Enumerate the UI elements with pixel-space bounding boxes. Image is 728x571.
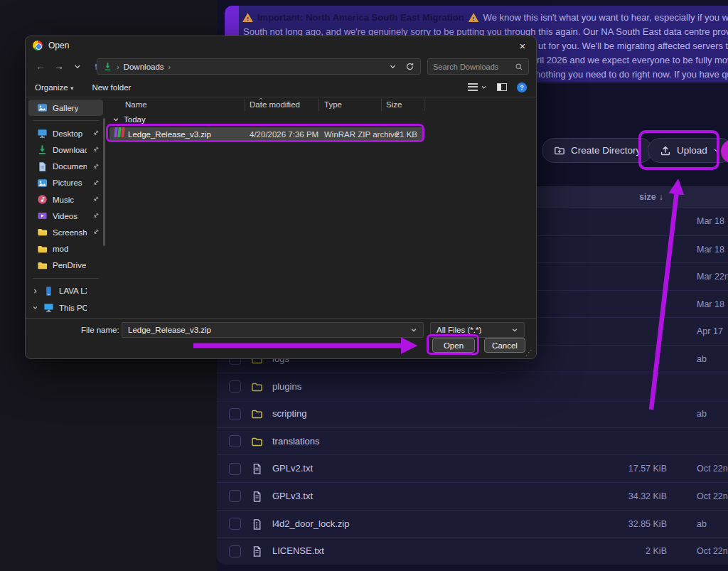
row-checkbox[interactable] [229, 408, 241, 420]
table-row[interactable]: scripting ab [217, 400, 728, 427]
row-name[interactable]: GPLv2.txt [272, 455, 313, 483]
resize-grip[interactable]: ⋰ [525, 348, 532, 356]
address-bar[interactable]: › Downloads › [97, 58, 421, 75]
sidebar-item-icon [43, 286, 54, 297]
row-checkbox[interactable] [229, 380, 241, 393]
address-dropdown-icon[interactable] [389, 63, 397, 70]
sidebar-item[interactable]: mod [28, 241, 103, 257]
pin-icon [92, 163, 100, 171]
sidebar-item[interactable]: PenDrive [28, 257, 103, 274]
recent-locations-icon[interactable] [68, 63, 87, 70]
file-name-field[interactable] [122, 322, 424, 338]
downloads-icon [103, 62, 112, 71]
sidebar-item-label: Documents [53, 162, 87, 171]
column-divider [381, 99, 382, 111]
sidebar-item-label: LAVA LXX521 [59, 287, 87, 295]
table-row[interactable]: plugins [217, 373, 728, 400]
row-name[interactable]: LICENSE.txt [272, 538, 324, 565]
sidebar-item-icon [37, 102, 48, 113]
table-row[interactable]: translations [217, 427, 728, 455]
row-checkbox[interactable] [229, 518, 241, 530]
row-type-icon [251, 491, 263, 503]
dialog-file-pane: Name Date modified Type Size Today Ledge… [107, 98, 535, 318]
row-modified: Oct 22n [697, 538, 728, 565]
open-button[interactable]: Open [432, 338, 475, 353]
refresh-icon[interactable] [405, 62, 414, 71]
new-folder-button[interactable]: New folder [92, 83, 131, 92]
row-name[interactable]: scripting [272, 400, 306, 428]
sidebar-item[interactable]: Music [28, 191, 103, 208]
folder-plus-icon [554, 145, 565, 156]
sidebar-scrollbar[interactable] [103, 118, 105, 246]
table-row[interactable]: LICENSE.txt 2 KiB Oct 22n [217, 537, 728, 565]
banner-line-1: Important: North America South East Migr… [242, 11, 728, 25]
upload-button[interactable]: Upload [648, 138, 728, 163]
row-name[interactable]: plugins [272, 373, 301, 401]
column-divider [318, 99, 319, 111]
dialog-footer: File name: All Files (*.*) Open Cancel ⋰ [26, 318, 536, 358]
pin-icon [92, 146, 100, 154]
size-header-label: size [639, 192, 656, 202]
upload-icon [660, 145, 671, 156]
sidebar-item[interactable]: Screenshots [28, 224, 103, 240]
view-mode-button[interactable] [468, 83, 487, 91]
sidebar-item-label: Screenshots [53, 228, 87, 237]
sidebar-divider [33, 120, 99, 121]
sidebar-item-icon [37, 161, 48, 172]
row-checkbox[interactable] [229, 463, 241, 475]
dialog-title-bar[interactable]: Open × [26, 36, 536, 55]
file-size: 21 KB [373, 127, 417, 142]
create-directory-button[interactable]: Create Directory [542, 138, 653, 163]
row-name[interactable]: GPLv3.txt [272, 483, 313, 511]
row-name[interactable]: translations [272, 428, 319, 456]
sidebar-item[interactable]: Pictures [28, 175, 103, 191]
table-row[interactable]: GPLv3.txt 34.32 KiB Oct 22n [217, 482, 728, 510]
pin-icon [92, 179, 100, 187]
sidebar-item-label: Music [53, 196, 74, 204]
search-box[interactable] [427, 58, 529, 75]
create-directory-label: Create Directory [571, 145, 641, 156]
sidebar-item-label: This PC [59, 304, 87, 312]
preview-pane-icon[interactable] [497, 83, 507, 91]
sidebar-item[interactable]: This PC [28, 299, 103, 316]
row-size: 32.85 KiB [558, 511, 667, 538]
sidebar-item[interactable]: LAVA LXX521 [28, 283, 103, 299]
file-date-modified: 4/20/2026 7:36 PM [250, 127, 318, 142]
table-row[interactable]: l4d2_door_lock.zip 32.85 KiB ab [217, 510, 728, 538]
organize-menu[interactable]: Organize ▾ [35, 83, 73, 92]
row-checkbox[interactable] [229, 435, 241, 447]
sidebar-item[interactable]: Downloads [28, 142, 103, 158]
search-input[interactable] [433, 63, 515, 71]
file-name-label: File name: [81, 326, 119, 334]
today-group-header[interactable]: Today [112, 115, 146, 124]
size-column-header[interactable]: size ↓ [639, 186, 663, 208]
sidebar-item[interactable]: Videos [28, 208, 103, 224]
row-checkbox[interactable] [229, 490, 241, 502]
column-date-modified[interactable]: Date modified [250, 100, 300, 109]
row-modified: Mar 22n [697, 263, 728, 291]
column-type[interactable]: Type [324, 100, 342, 109]
forward-button[interactable]: → [50, 60, 68, 72]
sidebar-item[interactable]: Desktop [28, 125, 103, 142]
table-row[interactable]: GPLv2.txt 17.57 KiB Oct 22n [217, 454, 728, 482]
sidebar-item[interactable]: Gallery [28, 100, 103, 116]
sidebar-item[interactable]: Documents [28, 159, 103, 175]
row-checkbox[interactable] [229, 545, 241, 557]
selected-file-row[interactable]: Ledge_Release_v3.zip 4/20/2026 7:36 PM W… [109, 127, 424, 142]
expander-icon[interactable] [32, 288, 38, 294]
column-size[interactable]: Size [386, 100, 402, 109]
back-button[interactable]: ← [31, 60, 50, 72]
help-icon[interactable]: ? [517, 82, 527, 92]
row-name[interactable]: l4d2_door_lock.zip [272, 511, 349, 538]
expander-icon[interactable] [32, 304, 38, 311]
row-type-icon [251, 463, 263, 475]
file-name-input[interactable] [128, 326, 410, 334]
breadcrumb-downloads[interactable]: Downloads [124, 63, 164, 71]
cancel-button[interactable]: Cancel [484, 338, 525, 353]
column-name[interactable]: Name [125, 100, 147, 109]
row-modified: Oct 22n [697, 483, 728, 511]
sidebar-item-label: Gallery [53, 104, 78, 112]
file-type-select[interactable]: All Files (*.*) [430, 322, 525, 338]
close-icon[interactable]: × [516, 39, 529, 52]
row-type-icon [251, 545, 263, 557]
